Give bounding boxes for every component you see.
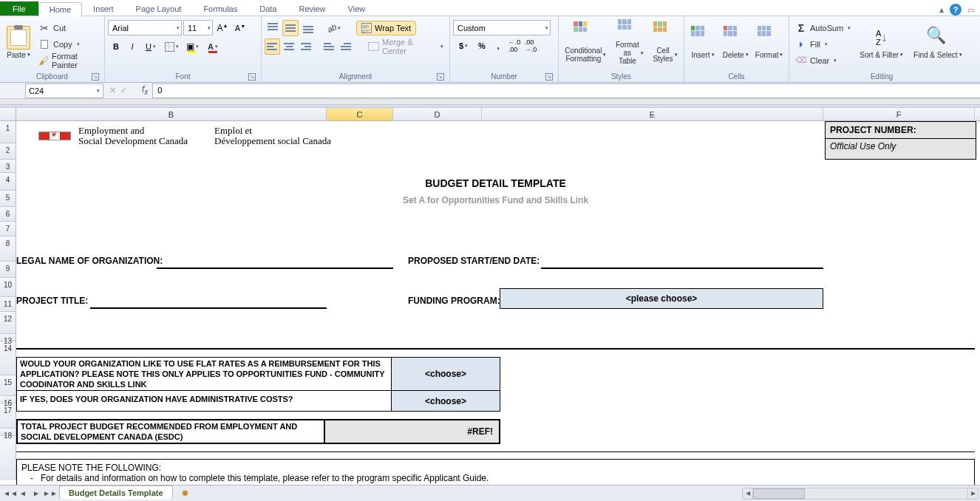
col-header-b[interactable]: B xyxy=(16,108,327,120)
border-button[interactable]: ▾ xyxy=(161,38,182,55)
tab-insert[interactable]: Insert xyxy=(82,1,125,16)
align-center-button[interactable] xyxy=(282,38,297,55)
new-sheet-button[interactable]: ✸ xyxy=(176,488,195,500)
font-family-combo[interactable]: Arial▾ xyxy=(108,20,182,35)
row-header[interactable]: 7 xyxy=(0,222,16,236)
legal-name-field[interactable] xyxy=(157,267,393,269)
proposed-date-field[interactable] xyxy=(541,267,823,269)
row-header[interactable]: 1 xyxy=(0,121,16,143)
project-title-field[interactable] xyxy=(90,307,327,309)
row-header[interactable]: 10 xyxy=(0,278,16,297)
decrease-decimal-button[interactable]: .00→.0 xyxy=(523,38,539,54)
tab-page-layout[interactable]: Page Layout xyxy=(125,1,193,16)
row-header[interactable]: 11 xyxy=(0,297,16,312)
tab-data[interactable]: Data xyxy=(248,1,287,16)
scroll-thumb[interactable] xyxy=(753,488,805,499)
row-header[interactable]: 17 xyxy=(0,403,16,429)
autosum-button[interactable]: ΣAutoSum▾ xyxy=(792,20,854,35)
wrap-text-button[interactable]: abc↵Wrap Text xyxy=(356,21,416,35)
row-header[interactable]: 2 xyxy=(0,143,16,160)
align-top-button[interactable] xyxy=(265,20,281,36)
tab-file[interactable]: File xyxy=(0,1,38,16)
cell-styles-button[interactable]: Cell Styles▾ xyxy=(650,18,681,67)
sheet-nav-last[interactable]: ►► xyxy=(43,489,56,497)
row-header[interactable]: 14 xyxy=(0,341,16,375)
sheet-tab-active[interactable]: Budget Details Template xyxy=(59,485,173,500)
admin-costs-select[interactable]: <choose> xyxy=(392,391,500,412)
cut-button[interactable]: ✂Cut xyxy=(35,20,101,35)
spreadsheet-grid[interactable]: B C D E F 1 2 3 4 5 6 7 8 9 10 11 12 13 … xyxy=(0,108,980,485)
increase-decimal-button[interactable]: ←.0.00 xyxy=(506,38,523,54)
scroll-right-icon[interactable]: ▶ xyxy=(967,488,978,499)
sheet-nav-next[interactable]: ► xyxy=(30,489,43,497)
font-color-button[interactable]: A▾ xyxy=(203,38,223,55)
font-size-combo[interactable]: 11▾ xyxy=(183,20,213,35)
underline-button[interactable]: U▾ xyxy=(140,38,161,55)
row-header[interactable]: 12 xyxy=(0,312,16,334)
fx-icon[interactable]: fx xyxy=(142,84,148,96)
col-header-c[interactable]: C xyxy=(327,108,393,120)
alignment-launcher[interactable]: ↘ xyxy=(437,73,444,81)
grow-font-button[interactable]: A▲ xyxy=(214,20,231,36)
scroll-left-icon[interactable]: ◀ xyxy=(743,488,753,499)
align-middle-button[interactable] xyxy=(282,20,299,36)
bold-button[interactable]: B xyxy=(108,38,124,55)
select-all-corner[interactable] xyxy=(0,108,16,120)
paste-button[interactable]: Paste▾ xyxy=(3,18,34,67)
copy-button[interactable]: Copy▾ xyxy=(35,36,101,52)
col-header-d[interactable]: D xyxy=(393,108,482,120)
flat-rate-select[interactable]: <choose> xyxy=(392,357,500,391)
shrink-font-button[interactable]: A▼ xyxy=(232,20,248,36)
align-bottom-button[interactable] xyxy=(300,20,316,36)
tab-home[interactable]: Home xyxy=(38,2,82,16)
tab-view[interactable]: View xyxy=(337,1,377,16)
format-cells-button[interactable]: Format▾ xyxy=(752,18,786,67)
conditional-formatting-button[interactable]: Conditional Formatting▾ xyxy=(562,18,610,67)
col-header-e[interactable]: E xyxy=(482,108,823,120)
funding-program-select[interactable]: <please choose> xyxy=(500,288,823,309)
format-as-table-button[interactable]: Format as Table▾ xyxy=(611,18,648,67)
sheet-nav-prev[interactable]: ◄ xyxy=(16,489,30,497)
increase-indent-button[interactable] xyxy=(338,38,353,55)
align-left-button[interactable] xyxy=(265,38,280,55)
find-select-button[interactable]: 🔍Find & Select▾ xyxy=(909,18,966,67)
merge-center-button[interactable]: Merge & Center▾ xyxy=(365,39,446,55)
align-right-button[interactable] xyxy=(299,38,314,55)
col-header-f[interactable]: F xyxy=(823,108,975,120)
number-format-combo[interactable]: Custom▾ xyxy=(453,20,551,35)
sort-filter-button[interactable]: AZ↓Sort & Filter▾ xyxy=(855,18,908,67)
sheet-nav-first[interactable]: ◄◄ xyxy=(3,489,16,497)
minimize-ribbon-icon[interactable]: ▴ xyxy=(939,4,944,15)
percent-button[interactable]: % xyxy=(474,38,490,54)
horizontal-scrollbar[interactable]: ◀ ▶ xyxy=(742,488,979,500)
tab-formulas[interactable]: Formulas xyxy=(192,1,248,16)
row-header[interactable]: 18 xyxy=(0,429,16,436)
row-header[interactable]: 8 xyxy=(0,236,16,262)
comma-style-button[interactable]: , xyxy=(490,38,506,54)
format-painter-button[interactable]: 🖌Format Painter xyxy=(35,52,101,68)
row-header[interactable]: 4 xyxy=(0,173,16,191)
row-header[interactable] xyxy=(0,436,16,480)
italic-button[interactable]: I xyxy=(124,38,140,55)
accounting-format-button[interactable]: $▾ xyxy=(453,38,474,54)
number-launcher[interactable]: ↘ xyxy=(545,73,553,81)
font-launcher[interactable]: ↘ xyxy=(248,73,256,81)
row-header[interactable]: 5 xyxy=(0,191,16,207)
clipboard-launcher[interactable]: ↘ xyxy=(92,73,99,81)
orientation-button[interactable]: ab▾ xyxy=(324,20,344,36)
window-control-icon[interactable]: ▭ xyxy=(967,6,974,14)
tab-review[interactable]: Review xyxy=(287,1,336,16)
help-icon[interactable]: ? xyxy=(950,4,962,16)
name-box[interactable]: C24▾ xyxy=(25,84,103,98)
clear-button[interactable]: ⌫Clear▾ xyxy=(792,52,854,68)
row-header[interactable]: 6 xyxy=(0,207,16,222)
fill-color-button[interactable]: ▣▾ xyxy=(182,38,203,55)
fill-button[interactable]: 🞂Fill▾ xyxy=(792,36,854,52)
row-header[interactable]: 13 xyxy=(0,334,16,341)
row-header[interactable]: 3 xyxy=(0,160,16,173)
row-header[interactable]: 16 xyxy=(0,396,16,403)
row-header[interactable]: 9 xyxy=(0,262,16,278)
row-header[interactable]: 15 xyxy=(0,375,16,396)
decrease-indent-button[interactable] xyxy=(321,38,336,55)
delete-cells-button[interactable]: Delete▾ xyxy=(720,18,751,67)
